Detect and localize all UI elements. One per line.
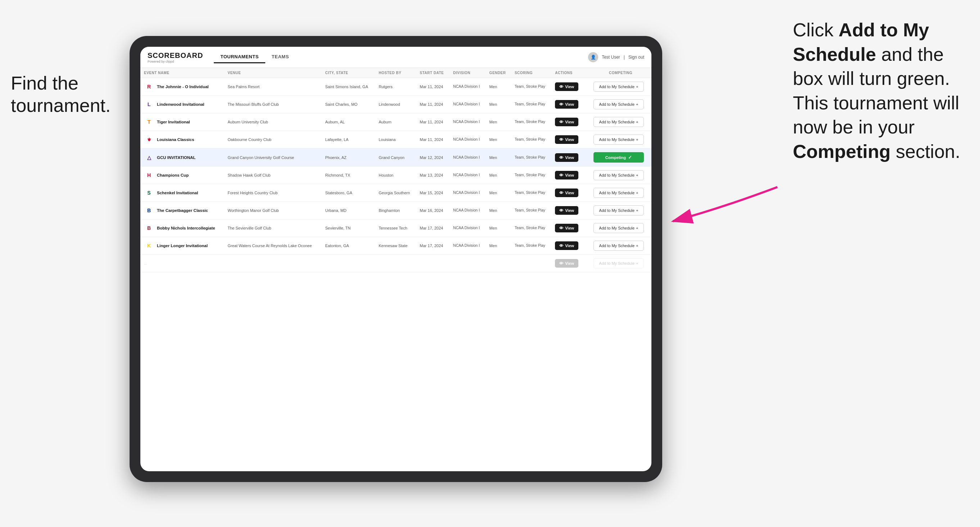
add-schedule-button[interactable]: Add to My Schedule + xyxy=(593,99,644,110)
add-schedule-button[interactable]: Add to My Schedule + xyxy=(593,205,644,216)
scoring: Team, Stroke Play xyxy=(515,208,545,212)
event-cell: B Bobby Nichols Intercollegiate xyxy=(144,223,220,233)
division: NCAA Division I xyxy=(453,208,480,212)
start-date: Mar 17, 2024 xyxy=(420,226,443,230)
col-hosted-by: HOSTED BY xyxy=(375,68,416,78)
view-label: View xyxy=(565,120,574,124)
add-schedule-button[interactable]: Add to My Schedule + xyxy=(593,223,644,233)
add-schedule-button[interactable]: Add to My Schedule + xyxy=(593,241,644,251)
add-schedule-label: Add to My Schedule xyxy=(599,226,635,230)
tab-teams[interactable]: TEAMS xyxy=(265,51,296,63)
plus-icon: + xyxy=(636,173,638,177)
plus-icon: + xyxy=(636,84,638,89)
view-button[interactable]: 👁 View xyxy=(555,153,578,162)
add-schedule-button[interactable]: Add to My Schedule + xyxy=(593,117,644,127)
app-header: SCOREBOARD Powered by clippd TOURNAMENTS… xyxy=(140,47,651,68)
table-header-row: EVENT NAME VENUE CITY, STATE HOSTED BY S… xyxy=(140,68,651,78)
venue: Grand Canyon University Golf Course xyxy=(228,156,294,160)
view-label: View xyxy=(565,190,574,195)
start-date: Mar 16, 2024 xyxy=(420,208,443,213)
view-label: View xyxy=(565,173,574,177)
competing-button[interactable]: Competing ✓ xyxy=(593,152,644,163)
event-name: Tiger Invitational xyxy=(157,120,190,124)
gender: Men xyxy=(490,173,497,177)
add-schedule-label: Add to My Schedule xyxy=(599,190,635,195)
venue: Great Waters Course At Reynolds Lake Oco… xyxy=(228,243,312,248)
plus-icon: + xyxy=(636,120,638,124)
view-button[interactable]: 👁 View xyxy=(555,135,578,144)
table-row: △ GCU INVITATIONAL Grand Canyon Universi… xyxy=(140,149,651,167)
gender: Men xyxy=(490,102,497,106)
event-name: Schenkel Invitational xyxy=(157,190,198,195)
team-logo: H xyxy=(144,170,154,180)
add-schedule-label: Add to My Schedule xyxy=(599,208,635,213)
start-date: Mar 15, 2024 xyxy=(420,190,443,195)
city-state: Auburn, AL xyxy=(325,120,345,124)
plus-icon: + xyxy=(636,137,638,142)
actions-cell: 👁 View xyxy=(551,131,590,149)
scoring: Team, Stroke Play xyxy=(515,137,545,141)
division: NCAA Division I xyxy=(453,137,480,141)
team-logo: ⚜ xyxy=(144,135,154,144)
team-logo: K xyxy=(144,241,154,251)
user-avatar: 👤 xyxy=(588,52,598,62)
tab-tournaments[interactable]: TOURNAMENTS xyxy=(214,51,265,63)
venue: Auburn University Club xyxy=(228,120,268,124)
view-button[interactable]: 👁 View xyxy=(555,224,578,232)
table-row: K Linger Longer Invitational Great Water… xyxy=(140,237,651,255)
venue: Oakbourne Country Club xyxy=(228,137,271,142)
competing-cell: Add to My Schedule + xyxy=(590,202,651,219)
actions-cell: 👁 View xyxy=(551,113,590,131)
view-button[interactable]: 👁 View xyxy=(555,206,578,215)
nav-tabs: TOURNAMENTS TEAMS xyxy=(214,51,295,63)
sign-out-link[interactable]: Sign out xyxy=(628,55,644,60)
view-button[interactable]: 👁 View xyxy=(555,83,578,91)
logo-sub: Powered by clippd xyxy=(148,60,203,63)
actions-cell: 👁 View xyxy=(551,96,590,113)
view-button[interactable]: 👁 View xyxy=(555,241,578,250)
venue: Sea Palms Resort xyxy=(228,84,259,89)
event-cell: ⚜ Louisiana Classics xyxy=(144,135,220,144)
event-name: The Carpetbagger Classic xyxy=(157,208,208,213)
venue: Forest Heights Country Club xyxy=(228,190,277,195)
view-button[interactable]: 👁 View xyxy=(555,117,578,126)
col-actions: ACTIONS xyxy=(551,68,590,78)
plus-icon: + xyxy=(636,190,638,195)
col-gender: GENDER xyxy=(486,68,511,78)
team-logo: L xyxy=(144,99,154,110)
start-date: Mar 11, 2024 xyxy=(420,120,443,124)
division: NCAA Division I xyxy=(453,84,480,89)
competing-cell: Add to My Schedule + xyxy=(590,184,651,202)
plus-icon: + xyxy=(636,226,638,230)
view-button[interactable]: 👁 View xyxy=(555,171,578,179)
add-schedule-button[interactable]: Add to My Schedule + xyxy=(593,170,644,180)
add-schedule-button[interactable]: Add to My Schedule + xyxy=(593,258,644,268)
actions-cell: 👁 View xyxy=(551,184,590,202)
event-name: Bobby Nichols Intercollegiate xyxy=(157,226,215,230)
user-name: Test User xyxy=(602,55,620,60)
hosted-by: Tennessee Tech xyxy=(379,226,407,230)
venue: The Sevierville Golf Club xyxy=(228,226,271,230)
add-schedule-button[interactable]: Add to My Schedule + xyxy=(593,82,644,92)
annotation-left: Find the tournament. xyxy=(11,72,111,117)
view-button[interactable]: 👁 View xyxy=(555,259,578,268)
competing-cell: Add to My Schedule + xyxy=(590,219,651,237)
table-row: B Bobby Nichols Intercollegiate The Sevi… xyxy=(140,219,651,237)
eye-icon: 👁 xyxy=(559,120,563,124)
view-label: View xyxy=(565,208,574,213)
col-event-name: EVENT NAME xyxy=(140,68,224,78)
hosted-by: Binghamton xyxy=(379,208,400,213)
city-state: Lafayette, LA xyxy=(325,137,349,142)
add-schedule-label: Add to My Schedule xyxy=(599,84,635,89)
table-row: T Tiger Invitational Auburn University C… xyxy=(140,113,651,131)
start-date: Mar 12, 2024 xyxy=(420,156,443,160)
actions-cell: 👁 View xyxy=(551,149,590,167)
logo-text: SCOREBOARD xyxy=(148,51,203,60)
view-button[interactable]: 👁 View xyxy=(555,189,578,197)
city-state: Saint Charles, MO xyxy=(325,102,358,106)
actions-cell: 👁 View xyxy=(551,202,590,219)
view-button[interactable]: 👁 View xyxy=(555,100,578,109)
add-schedule-button[interactable]: Add to My Schedule + xyxy=(593,188,644,198)
eye-icon: 👁 xyxy=(559,261,563,265)
add-schedule-button[interactable]: Add to My Schedule + xyxy=(593,135,644,144)
